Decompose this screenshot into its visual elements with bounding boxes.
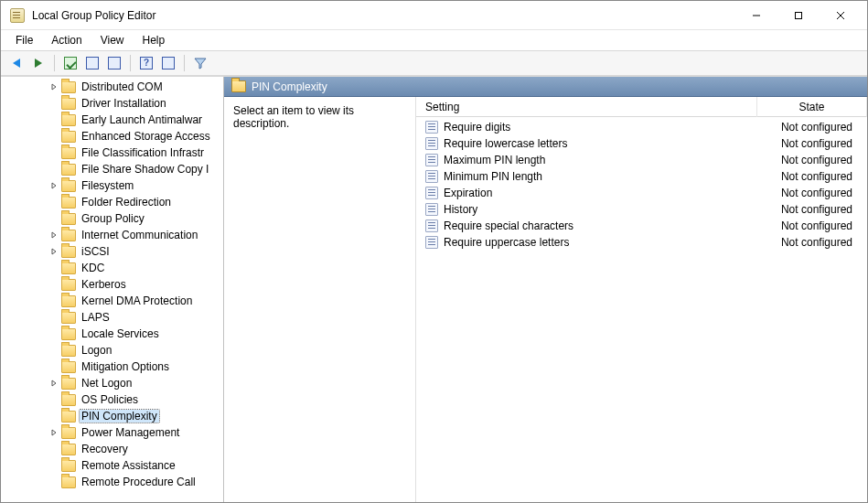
tree-item[interactable]: OS Policies <box>1 391 223 408</box>
menu-help[interactable]: Help <box>134 32 175 48</box>
tree-item[interactable]: LAPS <box>1 309 223 326</box>
chevron-right-icon[interactable] <box>48 427 59 438</box>
list-item[interactable]: ExpirationNot configured <box>416 185 867 201</box>
export-button[interactable] <box>104 53 124 73</box>
list-item[interactable]: Maximum PIN lengthNot configured <box>416 152 867 168</box>
list-item[interactable]: Require special charactersNot configured <box>416 218 867 234</box>
folder-icon <box>231 80 246 92</box>
tree-item[interactable]: Enhanced Storage Access <box>1 128 223 144</box>
tree-item[interactable]: Distributed COM <box>1 79 223 95</box>
tree-item-label: Net Logon <box>80 377 134 390</box>
setting-state: Not configured <box>757 203 867 216</box>
list-item[interactable]: HistoryNot configured <box>416 201 867 218</box>
folder-icon <box>61 460 76 472</box>
chevron-right-icon[interactable] <box>48 81 59 92</box>
list-body[interactable]: Require digitsNot configuredRequire lowe… <box>416 117 867 502</box>
tree-item[interactable]: Group Policy <box>1 210 223 227</box>
folder-icon <box>61 262 76 274</box>
tree-item-label: Remote Procedure Call <box>80 476 198 488</box>
setting-label: Expiration <box>444 187 492 199</box>
folder-icon <box>61 230 76 241</box>
right-header: PIN Complexity <box>224 77 867 97</box>
folder-icon <box>61 246 76 258</box>
filter-button[interactable] <box>190 53 210 73</box>
tree-item-label: Kerberos <box>80 278 128 291</box>
folder-icon <box>61 213 76 225</box>
main-area: Distributed COMDriver InstallationEarly … <box>1 76 867 502</box>
menu-view[interactable]: View <box>91 32 134 48</box>
minimize-button[interactable] <box>735 2 777 29</box>
list-item[interactable]: Require uppercase lettersNot configured <box>416 234 867 251</box>
tree-item-label: Locale Services <box>80 327 161 340</box>
right-header-title: PIN Complexity <box>252 80 327 93</box>
policy-icon <box>425 203 438 216</box>
right-content: Select an item to view its description. … <box>224 97 867 502</box>
tree-item-label: Internet Communication <box>80 229 199 241</box>
setting-label: Require special characters <box>444 219 573 232</box>
right-pane: PIN Complexity Select an item to view it… <box>224 77 867 502</box>
setting-state: Not configured <box>757 219 867 232</box>
list-item[interactable]: Require lowercase lettersNot configured <box>416 135 867 152</box>
help-button[interactable] <box>136 53 156 73</box>
folder-icon <box>61 345 76 357</box>
tree-item-label: Recovery <box>80 443 130 455</box>
window-title: Local Group Policy Editor <box>32 9 155 22</box>
tree-item-label: Remote Assistance <box>80 459 177 472</box>
back-button[interactable] <box>6 53 27 73</box>
tree-item[interactable]: Folder Redirection <box>1 194 223 210</box>
tree-item[interactable]: Early Launch Antimalwar <box>1 112 223 128</box>
folder-icon <box>61 164 76 176</box>
properties-icon <box>162 57 175 70</box>
folder-icon <box>61 131 76 143</box>
tree-item[interactable]: Kernel DMA Protection <box>1 293 223 309</box>
policy-icon <box>425 187 438 199</box>
folder-icon <box>61 295 76 307</box>
menubar: File Action View Help <box>1 30 867 50</box>
maximize-button[interactable] <box>777 2 820 29</box>
properties-button[interactable] <box>158 53 178 73</box>
folder-icon <box>61 328 76 340</box>
tree-item[interactable]: Remote Procedure Call <box>1 474 223 490</box>
chevron-right-icon[interactable] <box>48 230 59 241</box>
chevron-right-icon[interactable] <box>48 378 59 389</box>
tree-item-label: Filesystem <box>80 179 135 192</box>
tree-item[interactable]: PIN Complexity <box>1 408 223 424</box>
close-button[interactable] <box>820 2 862 29</box>
help-icon <box>140 57 153 70</box>
up-button[interactable] <box>60 53 80 73</box>
tree-item[interactable]: iSCSI <box>1 243 223 260</box>
policy-icon <box>425 137 438 150</box>
list-item[interactable]: Require digitsNot configured <box>416 119 867 135</box>
chevron-right-icon[interactable] <box>48 180 59 191</box>
tree-item-label: Distributed COM <box>80 80 165 93</box>
tree-item[interactable]: File Share Shadow Copy I <box>1 161 223 177</box>
tree-item[interactable]: Power Management <box>1 424 223 441</box>
menu-action[interactable]: Action <box>42 32 91 48</box>
folder-icon <box>61 81 76 93</box>
arrow-right-icon <box>35 59 42 68</box>
tree-item[interactable]: Mitigation Options <box>1 359 223 375</box>
tree-item[interactable]: Recovery <box>1 441 223 457</box>
tree-item[interactable]: Filesystem <box>1 177 223 194</box>
tree-item[interactable]: Driver Installation <box>1 95 223 112</box>
tree-pane[interactable]: Distributed COMDriver InstallationEarly … <box>1 77 224 502</box>
menu-file[interactable]: File <box>6 32 42 48</box>
tree-item[interactable]: Net Logon <box>1 375 223 391</box>
chevron-right-icon[interactable] <box>48 246 59 257</box>
setting-state: Not configured <box>757 154 867 166</box>
list-item[interactable]: Minimum PIN lengthNot configured <box>416 168 867 185</box>
tree-item[interactable]: Logon <box>1 342 223 359</box>
tree-item[interactable]: Internet Communication <box>1 227 223 243</box>
tree-item[interactable]: KDC <box>1 260 223 276</box>
column-header-state[interactable]: State <box>757 97 867 117</box>
tree-item[interactable]: Kerberos <box>1 276 223 293</box>
column-header-setting[interactable]: Setting <box>416 97 757 117</box>
setting-state: Not configured <box>757 121 867 134</box>
tree-item-label: File Share Shadow Copy I <box>80 163 210 176</box>
forward-button[interactable] <box>28 53 48 73</box>
tree-item[interactable]: Remote Assistance <box>1 457 223 474</box>
show-hide-tree-button[interactable] <box>82 53 102 73</box>
tree-item[interactable]: File Classification Infrastr <box>1 144 223 161</box>
tree-item[interactable]: Locale Services <box>1 326 223 342</box>
tree-item-label: Kernel DMA Protection <box>80 294 194 307</box>
